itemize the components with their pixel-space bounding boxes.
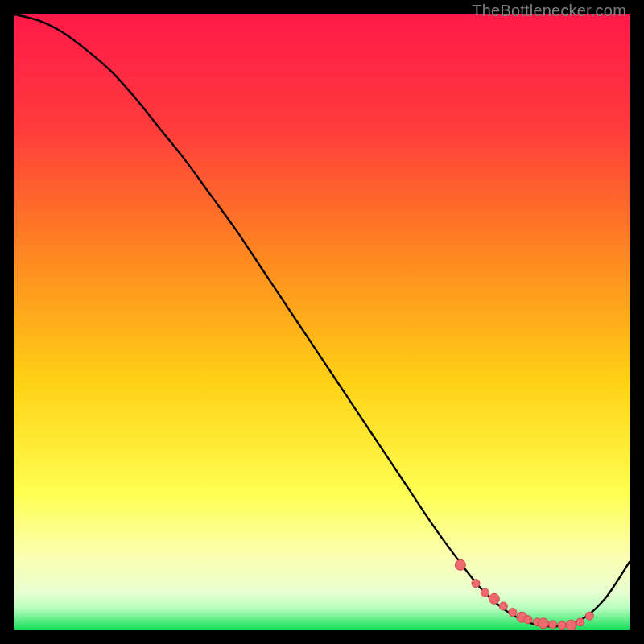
bottleneck-chart — [14, 14, 630, 630]
marker-point — [566, 620, 576, 630]
marker-point — [549, 621, 557, 629]
marker-point — [576, 618, 584, 626]
marker-point — [489, 593, 499, 604]
marker-point — [539, 618, 549, 629]
marker-point — [499, 602, 507, 610]
gradient-background — [14, 14, 630, 630]
marker-point — [455, 559, 465, 570]
marker-point — [524, 616, 532, 624]
marker-point — [509, 609, 517, 617]
marker-point — [558, 621, 566, 630]
marker-point — [472, 580, 480, 588]
marker-point — [481, 588, 489, 597]
chart-frame — [14, 14, 630, 630]
watermark-label: TheBottlenecker.com — [472, 2, 626, 20]
marker-point — [585, 612, 593, 620]
